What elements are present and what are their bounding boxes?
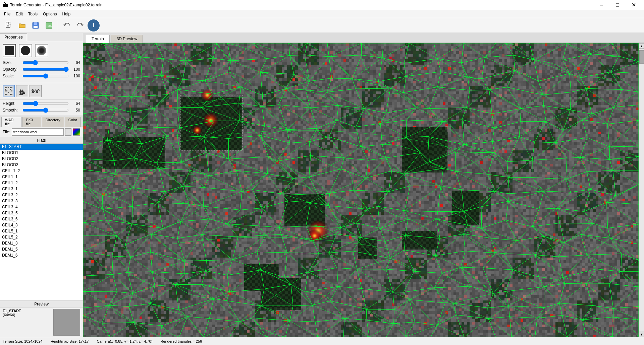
flat-item-ceil11[interactable]: CEIL1_1 bbox=[0, 174, 83, 180]
svg-rect-9 bbox=[5, 87, 6, 88]
flat-item-dem16[interactable]: DEM1_6 bbox=[0, 252, 83, 258]
height-slider[interactable] bbox=[22, 101, 69, 106]
titlebar: 🏔 Terrain Generator - F:\...ample02\Exam… bbox=[0, 0, 644, 10]
svg-rect-21 bbox=[10, 94, 11, 95]
preview-content: F1_START (64x64) bbox=[0, 307, 83, 337]
redo-button[interactable] bbox=[74, 19, 86, 31]
svg-rect-14 bbox=[5, 89, 6, 90]
preview-header: Preview bbox=[0, 301, 83, 307]
flat-item-ceil33[interactable]: CEIL3_3 bbox=[0, 198, 83, 204]
terrain-canvas-area[interactable] bbox=[83, 43, 639, 337]
toolbar-separator-1 bbox=[58, 21, 58, 30]
maximize-button[interactable]: □ bbox=[610, 0, 625, 10]
flat-item-ceil12[interactable]: CEIL_1_2 bbox=[0, 168, 83, 174]
file-input[interactable] bbox=[12, 128, 64, 136]
menu-options[interactable]: Options bbox=[40, 11, 59, 17]
save-button[interactable] bbox=[30, 19, 42, 31]
flat-item-ceil36[interactable]: CEIL3_6 bbox=[0, 216, 83, 222]
scale-label: Scale: bbox=[3, 74, 21, 78]
raise-tool-button[interactable] bbox=[16, 85, 28, 97]
flat-item-blood2[interactable]: BLOOD2 bbox=[0, 156, 83, 162]
svg-rect-16 bbox=[10, 89, 11, 90]
minimize-button[interactable]: – bbox=[594, 0, 609, 10]
directory-tab[interactable]: Directory bbox=[42, 117, 64, 127]
svg-rect-23 bbox=[11, 94, 12, 95]
3d-preview-tab[interactable]: 3D Preview bbox=[111, 35, 143, 43]
scale-slider[interactable] bbox=[22, 73, 69, 79]
properties-tab-button[interactable]: Properties bbox=[0, 33, 27, 41]
flat-item-dem15[interactable]: DEM1_5 bbox=[0, 246, 83, 252]
flat-item-ceil32[interactable]: CEIL3_2 bbox=[0, 192, 83, 198]
smooth-tool-button[interactable] bbox=[30, 85, 42, 97]
open-button[interactable] bbox=[16, 19, 28, 31]
flat-item-blood3[interactable]: BLOOD3 bbox=[0, 162, 83, 168]
flats-header: Flats bbox=[0, 137, 83, 144]
undo-button[interactable] bbox=[61, 19, 73, 31]
brush-circle[interactable] bbox=[19, 44, 32, 57]
svg-rect-17 bbox=[11, 90, 12, 91]
color-tab[interactable]: Color bbox=[65, 117, 81, 127]
camera-status: Camera(x=0,85, y=-1,24, z=-4,70) bbox=[97, 339, 152, 343]
file-browse-button[interactable]: ... bbox=[65, 128, 71, 136]
noise-tool-button[interactable] bbox=[3, 85, 15, 97]
main-content: Properties Size: 64 Opacity: bbox=[0, 33, 644, 337]
height-row: Height: 64 bbox=[3, 101, 80, 106]
pk3-tab[interactable]: PK3 file bbox=[22, 117, 41, 127]
heightmap-size-status: Heightmap Size: 17x17 bbox=[51, 339, 89, 343]
file-label: File: bbox=[3, 130, 10, 134]
flats-list[interactable]: F1_START BLOOD1 BLOOD2 BLOOD3 CEIL_1_2 C… bbox=[0, 144, 83, 301]
flat-item-ceil31[interactable]: CEIL3_1 bbox=[0, 186, 83, 192]
right-scrollbar: ▲ ▼ bbox=[639, 43, 644, 337]
scroll-down-arrow[interactable]: ▼ bbox=[639, 332, 644, 337]
flat-item-ceil51[interactable]: CEIL5_1 bbox=[0, 228, 83, 234]
terrain-canvas[interactable] bbox=[83, 43, 639, 337]
svg-rect-19 bbox=[8, 92, 9, 93]
svg-rect-22 bbox=[5, 94, 6, 95]
flat-item-ceil12b[interactable]: CEIL1_2 bbox=[0, 180, 83, 186]
size-slider[interactable] bbox=[22, 60, 69, 65]
menu-help[interactable]: Help bbox=[59, 11, 73, 17]
close-button[interactable]: ✕ bbox=[626, 0, 641, 10]
menu-edit[interactable]: Edit bbox=[13, 11, 25, 17]
menu-file[interactable]: File bbox=[1, 11, 13, 17]
opacity-slider[interactable] bbox=[22, 67, 69, 72]
scroll-track[interactable] bbox=[639, 49, 644, 332]
flat-item-dem13[interactable]: DEM1_3 bbox=[0, 240, 83, 246]
menu-tools[interactable]: Tools bbox=[25, 11, 40, 17]
flat-item-ceil43[interactable]: CEIL4_3 bbox=[0, 222, 83, 228]
preview-name: F1_START bbox=[3, 309, 21, 313]
scroll-up-arrow[interactable]: ▲ bbox=[639, 43, 644, 49]
new-button[interactable] bbox=[3, 19, 15, 31]
opacity-label: Opacity: bbox=[3, 67, 21, 72]
scale-value: 100 bbox=[70, 74, 80, 78]
scroll-thumb[interactable] bbox=[639, 50, 644, 64]
svg-rect-11 bbox=[8, 87, 9, 88]
right-panel: Terrain 3D Preview ▲ ▼ bbox=[83, 33, 644, 337]
brush-square[interactable] bbox=[3, 44, 16, 57]
scale-row: Scale: 100 bbox=[3, 73, 80, 79]
wad-tab[interactable]: WAD file bbox=[1, 117, 21, 127]
svg-rect-12 bbox=[10, 87, 11, 88]
height-smooth-section: Height: 64 Smooth: 50 bbox=[0, 99, 83, 116]
statusbar: Terrain Size: 1024x1024 Heightmap Size: … bbox=[0, 337, 644, 345]
brush-section: Size: 64 Opacity: 100 Scale: 100 bbox=[0, 41, 83, 83]
toolbar: IMG i bbox=[0, 18, 644, 33]
flat-item-ceil35[interactable]: CEIL3_5 bbox=[0, 210, 83, 216]
info-button[interactable]: i bbox=[88, 19, 100, 31]
export-button[interactable]: IMG bbox=[43, 19, 55, 31]
flat-item-blood1[interactable]: BLOOD1 bbox=[0, 150, 83, 156]
flat-item-ceil52[interactable]: CEIL5_2 bbox=[0, 234, 83, 240]
flat-item-ceil34[interactable]: CEIL3_4 bbox=[0, 204, 83, 210]
app-icon: 🏔 bbox=[3, 2, 8, 8]
texture-tabs: WAD file PK3 file Directory Color bbox=[0, 116, 83, 127]
brush-soft[interactable] bbox=[35, 44, 48, 57]
flat-item-f1start[interactable]: F1_START bbox=[0, 144, 83, 150]
terrain-tab[interactable]: Terrain bbox=[86, 35, 110, 43]
color-picker-button[interactable] bbox=[73, 128, 80, 136]
preview-section: Preview F1_START (64x64) bbox=[0, 301, 83, 337]
smooth-slider[interactable] bbox=[22, 108, 69, 113]
opacity-row: Opacity: 100 bbox=[3, 67, 80, 72]
preview-info: F1_START (64x64) bbox=[3, 309, 21, 317]
svg-rect-0 bbox=[6, 22, 10, 27]
size-value: 64 bbox=[70, 60, 80, 65]
